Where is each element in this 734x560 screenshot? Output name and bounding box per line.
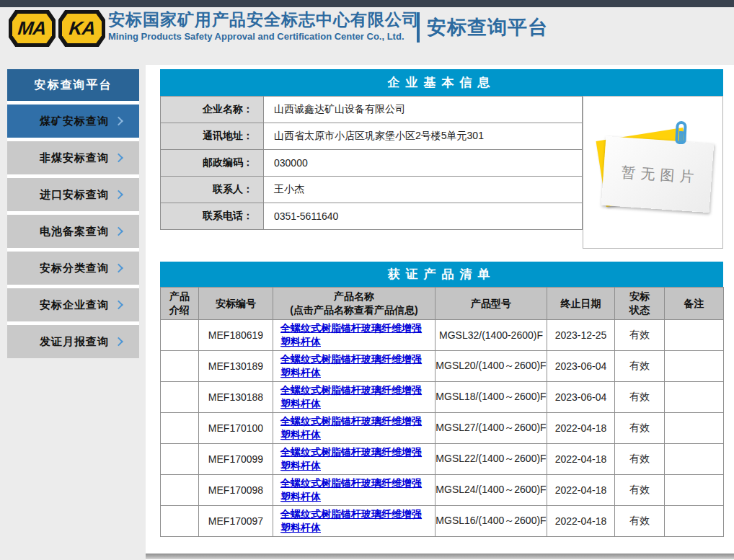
- address-value: 山西省太原市小店区巩家堡小区2号楼5单元301: [264, 123, 583, 150]
- remark-cell: [665, 351, 724, 382]
- product-intro-cell: [161, 444, 199, 475]
- sidebar-item-import-query[interactable]: 进口安标查询: [7, 178, 139, 211]
- sidebar-item-coal-mine-query[interactable]: 煤矿安标查询: [7, 105, 139, 138]
- product-name-link[interactable]: 全螺纹式树脂锚杆玻璃纤维增强塑料杆体: [280, 446, 422, 471]
- end-date-cell: 2023-12-25: [547, 320, 615, 351]
- remark-cell: [665, 413, 724, 444]
- sidebar-item-label: 电池备案查询: [40, 225, 109, 239]
- product-name-link[interactable]: 全螺纹式树脂锚杆玻璃纤维增强塑料杆体: [280, 384, 422, 409]
- table-row: 邮政编码： 030000: [161, 150, 583, 177]
- col-remark: 备注: [665, 288, 724, 320]
- col-label-line: 安标: [615, 290, 664, 303]
- no-image-placeholder: 暂无图片: [599, 131, 711, 218]
- maka-logo-badge-ma: MA: [9, 10, 56, 47]
- col-label-line: 状态: [615, 303, 664, 317]
- contact-phone-label: 联系电话：: [161, 203, 264, 230]
- status-cell: 有效: [615, 413, 665, 444]
- status-cell: 有效: [615, 320, 665, 351]
- product-name-link[interactable]: 全螺纹式树脂锚杆玻璃纤维增强塑料杆体: [280, 415, 422, 440]
- table-row: 企业名称： 山西诚鑫达矿山设备有限公司: [161, 97, 583, 123]
- product-name-cell: 全螺纹式树脂锚杆玻璃纤维增强塑料杆体: [273, 506, 435, 537]
- status-cell: 有效: [615, 351, 665, 382]
- company-info-table: 企业名称： 山西诚鑫达矿山设备有限公司 通讯地址： 山西省太原市小店区巩家堡小区…: [160, 96, 583, 230]
- window-top-strip: [0, 0, 734, 7]
- paperclip-icon: [675, 121, 687, 145]
- col-label-line: 产品名称: [273, 290, 435, 303]
- sidebar-item-non-coal-query[interactable]: 非煤安标查询: [7, 141, 139, 174]
- sidebar-item-label: 进口安标查询: [40, 188, 109, 202]
- table-row: MEF170099 全螺纹式树脂锚杆玻璃纤维增强塑料杆体 MGSL22/(140…: [161, 444, 724, 475]
- sidebar-item-enterprise-query[interactable]: 安标企业查询: [7, 288, 139, 321]
- sidebar-item-classification-query[interactable]: 安标分类查询: [7, 252, 139, 285]
- sidebar-item-label: 煤矿安标查询: [40, 115, 109, 128]
- sidebar-title: 安标查询平台: [7, 69, 139, 101]
- product-name-cell: 全螺纹式树脂锚杆玻璃纤维增强塑料杆体: [273, 444, 435, 475]
- sidebar-item-battery-record-query[interactable]: 电池备案查询: [7, 215, 139, 248]
- product-name-cell: 全螺纹式树脂锚杆玻璃纤维增强塑料杆体: [273, 382, 435, 413]
- status-cell: 有效: [615, 506, 665, 537]
- status-cell: 有效: [615, 444, 665, 475]
- site-header: MA KA 安标国家矿用产品安全标志中心有限公司 Mining Products…: [0, 7, 734, 65]
- company-name-label: 企业名称：: [161, 97, 264, 123]
- no-image-text: 暂无图片: [616, 162, 700, 187]
- product-model-cell: MGSL20/(1400～2600)F: [435, 351, 547, 382]
- product-name-cell: 全螺纹式树脂锚杆玻璃纤维增强塑料杆体: [273, 475, 435, 506]
- col-label-line: 产品: [161, 290, 198, 303]
- table-row: MEF130188 全螺纹式树脂锚杆玻璃纤维增强塑料杆体 MGSL18/(140…: [161, 382, 724, 413]
- product-intro-cell: [161, 506, 199, 537]
- product-name-link[interactable]: 全螺纹式树脂锚杆玻璃纤维增强塑料杆体: [280, 322, 422, 347]
- product-name-link[interactable]: 全螺纹式树脂锚杆玻璃纤维增强塑料杆体: [280, 477, 422, 502]
- col-product-name: 产品名称 (点击产品名称查看产品信息): [273, 288, 435, 320]
- products-table: 产品 介绍 安标编号 产品名称 (点击产品名称查看产品信息) 产品型号 终止日期…: [160, 287, 724, 537]
- product-intro-cell: [161, 320, 199, 351]
- contact-person-label: 联系人：: [161, 177, 264, 203]
- horizontal-scrollbar[interactable]: [146, 554, 734, 559]
- content-panel: 企业基本信息 企业名称： 山西诚鑫达矿山设备有限公司 通讯地址： 山西省太原市小…: [146, 65, 734, 560]
- table-row: MEF170098 全螺纹式树脂锚杆玻璃纤维增强塑料杆体 MGSL24/(140…: [161, 475, 724, 506]
- col-product-intro: 产品 介绍: [161, 288, 199, 320]
- end-date-cell: 2022-04-18: [547, 444, 615, 475]
- col-label-line: 产品型号: [435, 297, 547, 311]
- company-name-value: 山西诚鑫达矿山设备有限公司: [264, 97, 583, 123]
- chevron-right-icon: [114, 337, 123, 347]
- remark-cell: [665, 444, 724, 475]
- end-date-cell: 2023-06-04: [547, 382, 615, 413]
- status-cell: 有效: [615, 382, 665, 413]
- chevron-right-icon: [114, 154, 123, 163]
- product-model-cell: MGSL18/(1400～2600)F: [435, 382, 547, 413]
- table-row: 联系人： 王小杰: [161, 177, 583, 203]
- remark-cell: [665, 506, 724, 537]
- end-date-cell: 2023-06-04: [547, 351, 615, 382]
- product-model-cell: MGSL24/(1400～2600)F: [435, 475, 547, 506]
- end-date-cell: 2022-04-18: [547, 506, 615, 537]
- sidebar-item-monthly-report-query[interactable]: 发证月报查询: [7, 325, 139, 358]
- maka-badge-ka-text: KA: [68, 17, 96, 40]
- placeholder-white-card: 暂无图片: [601, 136, 714, 213]
- col-product-model: 产品型号: [435, 288, 547, 320]
- product-name-link[interactable]: 全螺纹式树脂锚杆玻璃纤维增强塑料杆体: [280, 353, 422, 378]
- approval-code-cell: MEF130189: [199, 351, 273, 382]
- sidebar-item-label: 发证月报查询: [40, 335, 109, 349]
- end-date-cell: 2022-04-18: [547, 413, 615, 444]
- product-intro-cell: [161, 475, 199, 506]
- company-name-zh: 安标国家矿用产品安全标志中心有限公司: [108, 9, 420, 30]
- products-header-row: 产品 介绍 安标编号 产品名称 (点击产品名称查看产品信息) 产品型号 终止日期…: [161, 288, 724, 320]
- product-intro-cell: [161, 351, 199, 382]
- table-row: MEF170097 全螺纹式树脂锚杆玻璃纤维增强塑料杆体 MGSL16/(140…: [161, 506, 724, 537]
- company-title-block: 安标国家矿用产品安全标志中心有限公司 Mining Products Safet…: [108, 9, 420, 42]
- product-model-cell: MGSL32/(1400-2600)F: [435, 320, 547, 351]
- chevron-right-icon: [114, 301, 123, 310]
- approval-code-cell: MEF130188: [199, 382, 273, 413]
- col-label-line: 终止日期: [547, 297, 614, 311]
- col-label-line: 介绍: [161, 303, 198, 317]
- company-photo-box: 暂无图片: [583, 96, 723, 249]
- col-end-date: 终止日期: [547, 288, 615, 320]
- sidebar-item-label: 安标企业查询: [40, 298, 109, 312]
- product-model-cell: MGSL22/(1400～2600)F: [435, 444, 547, 475]
- product-name-link[interactable]: 全螺纹式树脂锚杆玻璃纤维增强塑料杆体: [280, 508, 422, 533]
- maka-badge-ma-text: MA: [17, 17, 48, 40]
- product-intro-cell: [161, 413, 199, 444]
- chevron-right-icon: [114, 227, 123, 236]
- title-separator: [417, 12, 420, 43]
- chevron-right-icon: [114, 117, 123, 126]
